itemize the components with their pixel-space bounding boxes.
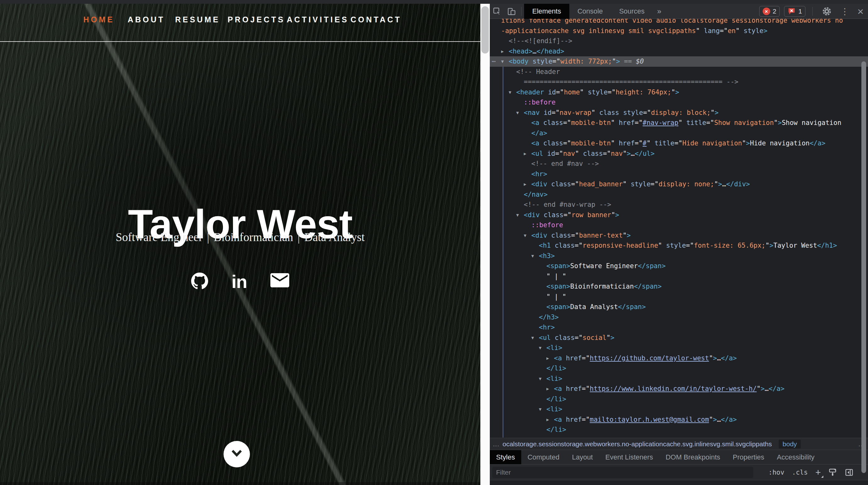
collapse-arrow-icon[interactable]: ▼	[509, 87, 511, 97]
dom-node[interactable]: <h1 class="responsive-headline" style="f…	[490, 240, 863, 251]
toggle-hover-state-button[interactable]: :hov	[768, 468, 784, 476]
dom-node[interactable]: ▼<ul class="social">	[490, 333, 863, 343]
panel-tab-dom-breakpoints[interactable]: DOM Breakpoints	[659, 450, 726, 464]
breadcrumb-overflow-left[interactable]: ...	[490, 440, 503, 448]
device-toolbar-icon[interactable]	[504, 5, 519, 18]
dom-node[interactable]: <a class="mobile-btn" href="#" title="Hi…	[490, 138, 863, 148]
collapse-arrow-icon[interactable]: ▼	[539, 374, 541, 384]
dom-node[interactable]: </li>	[490, 363, 863, 374]
dom-node[interactable]: <!-- end #nav-wrap -->	[490, 200, 863, 210]
console-errors-badge[interactable]: × 2	[759, 6, 780, 17]
dom-node[interactable]: <hr>	[490, 169, 863, 179]
panel-tab-layout[interactable]: Layout	[565, 450, 599, 464]
dom-node[interactable]: </h3>	[490, 312, 863, 322]
dom-node[interactable]: <span>Software Engineer</span>	[490, 261, 863, 271]
panel-tab-properties[interactable]: Properties	[726, 450, 771, 464]
error-icon: ×	[763, 7, 770, 15]
dom-node[interactable]: ▼<nav id="nav-wrap" class style="display…	[490, 108, 863, 118]
dom-node[interactable]: ▼<div class="banner-text">	[490, 230, 863, 241]
dom-node[interactable]: ▶<head>…</head>	[490, 46, 863, 57]
dom-node[interactable]: itions fontface generatedcontent video a…	[490, 19, 863, 26]
dom-node[interactable]: ::before	[490, 97, 863, 108]
issues-badge[interactable]: 1	[784, 6, 805, 17]
close-icon[interactable]: ×	[856, 5, 866, 18]
dom-node[interactable]: ▼<div class="row banner">	[490, 210, 863, 220]
tab-console[interactable]: Console	[569, 4, 611, 19]
dom-node-selected[interactable]: ⋯▼<body style="width: 772px;"> == $0	[490, 56, 868, 67]
nav-item-projects[interactable]: PROJECTS	[227, 15, 285, 24]
collapse-arrow-icon[interactable]: ▼	[531, 251, 534, 261]
collapse-arrow-icon[interactable]: ▼	[531, 333, 534, 343]
expand-arrow-icon[interactable]: ▶	[524, 148, 526, 159]
dom-node[interactable]: </li>	[490, 425, 863, 435]
panel-tab-accessibility[interactable]: Accessibility	[771, 450, 821, 464]
dom-node[interactable]: ▼<li>	[490, 374, 863, 384]
dom-node[interactable]: " | "	[490, 271, 863, 282]
github-link[interactable]	[191, 273, 208, 291]
breadcrumb-body[interactable]: body	[779, 440, 801, 449]
linkedin-link[interactable]: in	[231, 273, 247, 291]
dom-node[interactable]: ▶<a href="mailto:taylor.h.west@gmail.com…	[490, 415, 863, 425]
page-scrollbar-thumb[interactable]	[481, 6, 489, 54]
settings-gear-icon[interactable]	[819, 5, 834, 18]
breadcrumb-html-classes[interactable]: ocalstorage.sessionstorage.webworkers.no…	[503, 440, 772, 448]
nav-item-home[interactable]: HOME	[83, 15, 115, 24]
collapse-arrow-icon[interactable]: ▼	[501, 56, 504, 67]
dom-node[interactable]: <!--<![endif]-->	[490, 36, 863, 46]
kebab-menu-icon[interactable]: ⋮	[838, 6, 851, 17]
panel-tab-styles[interactable]: Styles	[490, 450, 521, 464]
expand-arrow-icon[interactable]: ▶	[547, 353, 549, 364]
dom-node[interactable]: ▼<header id="home" style="height: 764px;…	[490, 87, 863, 97]
dom-node[interactable]: ▶<ul id="nav" class="nav">…</ul>	[490, 148, 863, 159]
email-link[interactable]	[270, 273, 289, 290]
collapse-arrow-icon[interactable]: ▼	[516, 210, 519, 220]
dom-node[interactable]: </nav>	[490, 190, 863, 200]
dom-node[interactable]: </a>	[490, 128, 863, 139]
dom-node[interactable]: ▼<li>	[490, 343, 863, 353]
styles-filter-input[interactable]	[492, 467, 753, 478]
dom-node[interactable]: ▶<a href="https://github.com/taylor-west…	[490, 353, 863, 364]
node-options-dots[interactable]: ⋯	[492, 56, 495, 67]
scroll-down-button[interactable]	[223, 441, 250, 467]
nav-item-activities[interactable]: ACTIVITIES	[287, 15, 349, 24]
sidebar-toggle-icon[interactable]	[845, 468, 854, 477]
inspect-element-icon[interactable]	[490, 5, 504, 18]
new-style-rule-button[interactable]: +	[815, 468, 821, 477]
dom-node[interactable]: ▼<h3>	[490, 251, 863, 261]
page-scrollbar[interactable]	[480, 4, 490, 485]
more-tabs-icon[interactable]: »	[657, 7, 661, 16]
dom-node[interactable]: <a class="mobile-btn" href="#nav-wrap" t…	[490, 118, 863, 128]
expand-arrow-icon[interactable]: ▶	[547, 415, 549, 425]
element-classes-button[interactable]: .cls	[792, 468, 808, 476]
dom-node[interactable]: <!-- end #nav -->	[490, 159, 863, 169]
collapse-arrow-icon[interactable]: ▼	[516, 108, 519, 118]
expand-arrow-icon[interactable]: ▶	[547, 384, 549, 394]
nav-item-about[interactable]: ABOUT	[128, 15, 165, 24]
devtools-scrollbar-thumb[interactable]	[861, 61, 866, 473]
dom-node[interactable]: <!-- Header	[490, 67, 863, 77]
dom-node[interactable]: ========================================…	[490, 77, 863, 87]
dom-node[interactable]: ::before	[490, 220, 863, 230]
dom-node[interactable]: <span>Bioinformatician</span>	[490, 281, 863, 292]
collapse-arrow-icon[interactable]: ▼	[539, 343, 541, 353]
panel-tab-computed[interactable]: Computed	[521, 450, 566, 464]
nav-item-contact[interactable]: CONTACT	[350, 15, 401, 24]
dom-node[interactable]: <hr>	[490, 322, 863, 333]
tab-elements[interactable]: Elements	[524, 4, 569, 19]
dom-node[interactable]: " | "	[490, 292, 863, 302]
expand-arrow-icon[interactable]: ▶	[524, 179, 526, 190]
dom-node[interactable]: ▼<li>	[490, 404, 863, 415]
collapse-arrow-icon[interactable]: ▼	[524, 230, 526, 241]
dom-node[interactable]: ▶<a href="https://www.linkedin.com/in/ta…	[490, 384, 863, 394]
tab-sources[interactable]: Sources	[611, 4, 653, 19]
nav-item-resume[interactable]: RESUME	[175, 15, 220, 24]
dom-node[interactable]: ▶<div class="head_banner" style="display…	[490, 179, 863, 190]
brush-icon[interactable]	[828, 468, 837, 477]
collapse-arrow-icon[interactable]: ▼	[539, 404, 541, 415]
dom-node[interactable]: <span>Data Analyst</span>	[490, 302, 863, 312]
dom-node[interactable]: -applicationcache svg inlinesvg smil svg…	[490, 26, 863, 36]
dom-node[interactable]: </li>	[490, 394, 863, 404]
code-token: ="	[720, 27, 727, 35]
panel-tab-event-listeners[interactable]: Event Listeners	[599, 450, 659, 464]
expand-arrow-icon[interactable]: ▶	[501, 46, 504, 57]
